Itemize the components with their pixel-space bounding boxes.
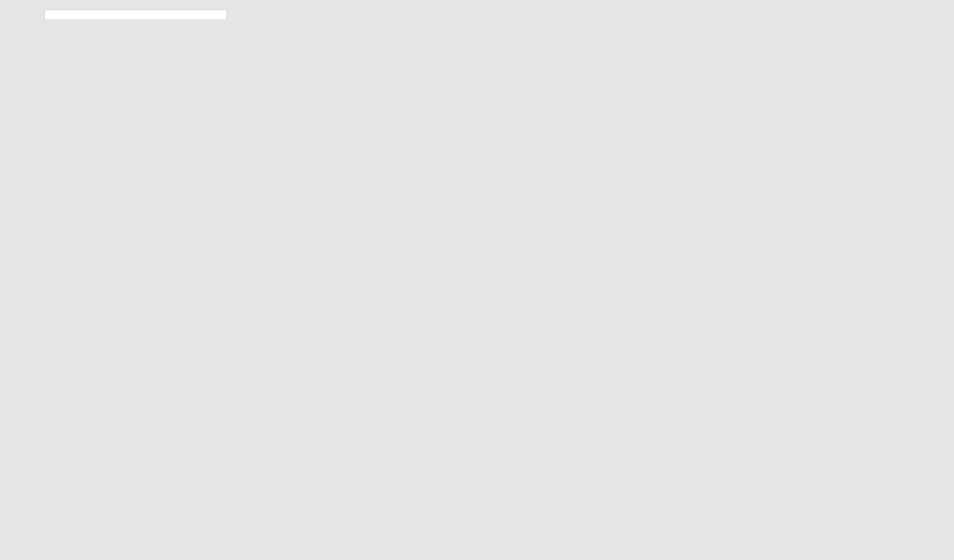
page-1: PROJECT STATUS REPORT TEMPLATE PROJECT N…	[44, 10, 227, 19]
page-title: PROJECT STATUS REPORT TEMPLATE	[55, 19, 216, 19]
